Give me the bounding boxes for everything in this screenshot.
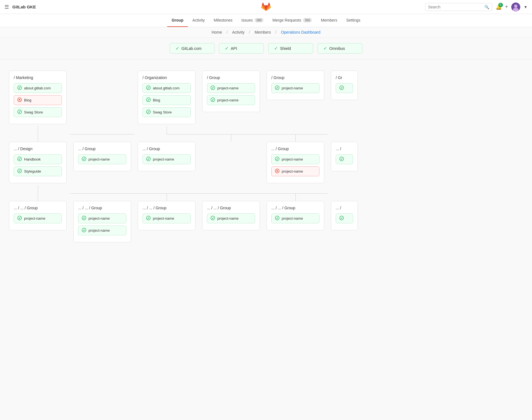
svg-point-15 xyxy=(18,157,22,161)
project-about-org[interactable]: about.gitlab.com xyxy=(143,83,191,93)
project-pn-d2a[interactable]: project-name xyxy=(78,214,126,223)
group-card-deep3: ... / ... / Group project-name xyxy=(138,201,195,230)
project-pn-d1[interactable]: project-name xyxy=(14,214,62,223)
project-about-gitlab[interactable]: about.gitlab.com xyxy=(14,83,62,93)
error-icon xyxy=(275,169,279,174)
group-title-group4: ... / Group xyxy=(78,147,126,151)
project-pn-g4[interactable]: project-name xyxy=(78,154,126,164)
project-pn-g1b[interactable]: project-name xyxy=(207,95,255,105)
env-omnibus[interactable]: ✓ Omnibus xyxy=(318,43,362,54)
tab-milestones[interactable]: Milestones xyxy=(209,14,237,27)
project-pn-g2[interactable]: project-name xyxy=(271,83,319,93)
project-pn-d5[interactable]: project-name xyxy=(271,214,319,223)
notification-area[interactable]: 🔔 5 xyxy=(496,4,502,10)
col-deep-group5: ... / ... / Group project-name xyxy=(263,201,328,245)
project-name: Blog xyxy=(153,98,160,102)
tab-group[interactable]: Group xyxy=(167,14,188,27)
group-card-deep5: ... / ... / Group project-name xyxy=(267,201,324,230)
svg-point-29 xyxy=(275,216,279,220)
col-group4: ... / Group project-name xyxy=(70,142,134,185)
group-card-deep2: ... / ... / Group project-name project-n… xyxy=(73,201,131,242)
col-partial2: ... / xyxy=(328,142,361,185)
col-empty1 xyxy=(70,71,134,126)
check-icon xyxy=(275,85,279,91)
group-title-marketing: / Marketing xyxy=(14,75,62,80)
col-partial1: / Gr xyxy=(328,71,361,126)
env-api[interactable]: ✓ API xyxy=(219,43,264,54)
project-pn-d2b[interactable]: project-name xyxy=(78,226,126,235)
check-icon xyxy=(211,216,215,221)
project-name: project-name xyxy=(217,98,239,102)
svg-point-10 xyxy=(146,110,150,114)
check-icon xyxy=(146,110,151,115)
add-icon[interactable]: + xyxy=(505,4,508,10)
project-name: project-name xyxy=(217,216,239,221)
check-icon xyxy=(17,169,22,174)
tab-settings[interactable]: Settings xyxy=(342,14,365,27)
project-name: project-name xyxy=(88,157,110,161)
breadcrumb-activity[interactable]: Activity xyxy=(232,30,244,34)
project-pn-d3[interactable]: project-name xyxy=(143,214,191,223)
col-deep-group2: ... / ... / Group project-name project-n… xyxy=(70,201,134,245)
breadcrumb-home[interactable]: Home xyxy=(212,30,222,34)
group-title-deep2: ... / ... / Group xyxy=(78,206,126,210)
check-icon xyxy=(82,228,86,233)
search-box[interactable]: 🔍 xyxy=(425,3,492,11)
avatar[interactable] xyxy=(511,3,520,11)
breadcrumb-sep1: / xyxy=(227,30,228,34)
connector-row1 xyxy=(6,126,526,142)
notification-badge: 5 xyxy=(498,3,503,7)
tab-activity[interactable]: Activity xyxy=(188,14,209,27)
tab-merge-requests[interactable]: Merge Requests 356 xyxy=(268,14,316,27)
project-name: project-name xyxy=(88,228,110,233)
check-icon xyxy=(211,98,215,103)
tab-members[interactable]: Members xyxy=(316,14,342,27)
project-name: project-name xyxy=(24,216,45,221)
project-pn-g6a[interactable]: project-name xyxy=(271,154,319,164)
group-card-design: ... / Design Handbook Styleguide xyxy=(9,142,67,183)
group-title-partial2: ... / xyxy=(336,147,353,151)
search-icon: 🔍 xyxy=(484,5,489,9)
project-pn-d4[interactable]: project-name xyxy=(207,214,255,223)
project-pn-g1a[interactable]: project-name xyxy=(207,83,255,93)
project-name: project-name xyxy=(282,216,303,221)
env-api-label: API xyxy=(231,46,237,51)
check-icon xyxy=(146,85,151,91)
svg-point-18 xyxy=(146,157,150,161)
project-name: project-name xyxy=(217,86,239,90)
project-partial2[interactable] xyxy=(336,154,353,164)
project-name: Swag Store xyxy=(24,110,43,114)
env-check-icon: ✓ xyxy=(176,46,179,51)
hamburger-menu[interactable]: ☰ xyxy=(4,4,9,10)
project-blog-org[interactable]: Blog xyxy=(143,95,191,105)
project-swag-org[interactable]: Swag Store xyxy=(143,107,191,117)
breadcrumb-operations-dashboard[interactable]: Operations Dashboard xyxy=(281,30,320,34)
tab-issues[interactable]: Issues 280 xyxy=(237,14,268,27)
col-organization: / Organization about.gitlab.com Blog Swa… xyxy=(134,71,199,126)
check-icon xyxy=(211,85,215,91)
project-swag-store[interactable]: Swag Store xyxy=(14,107,62,117)
project-name: Swag Store xyxy=(153,110,172,114)
project-blog[interactable]: Blog xyxy=(14,95,62,105)
project-partial3[interactable] xyxy=(336,214,353,223)
env-shield[interactable]: ✓ Shield xyxy=(268,43,313,54)
breadcrumb-members[interactable]: Members xyxy=(255,30,271,34)
project-pn-g6b[interactable]: project-name xyxy=(271,166,319,176)
col-deep-group4: ... / ... / Group project-name xyxy=(199,201,263,245)
project-handbook[interactable]: Handbook xyxy=(14,154,62,164)
project-partial1[interactable] xyxy=(336,83,353,93)
group-title-organization: / Organization xyxy=(143,75,191,80)
row3-cards: ... / ... / Group project-name ... / ...… xyxy=(6,201,526,245)
gitlab-logo xyxy=(261,1,271,11)
user-dropdown-icon[interactable]: ▼ xyxy=(524,5,528,9)
env-gitlab-com[interactable]: ✓ GitLab.com xyxy=(170,43,214,54)
group-title-deep4: ... / ... / Group xyxy=(207,206,255,210)
project-pn-g5[interactable]: project-name xyxy=(143,154,191,164)
project-name: project-name xyxy=(153,216,174,221)
group-title-deep3: ... / ... / Group xyxy=(143,206,191,210)
env-check-icon: ✓ xyxy=(323,46,327,51)
search-input[interactable] xyxy=(428,5,484,9)
check-icon xyxy=(339,157,344,162)
group-title-group2: / Group xyxy=(271,75,319,80)
project-styleguide[interactable]: Styleguide xyxy=(14,166,62,176)
